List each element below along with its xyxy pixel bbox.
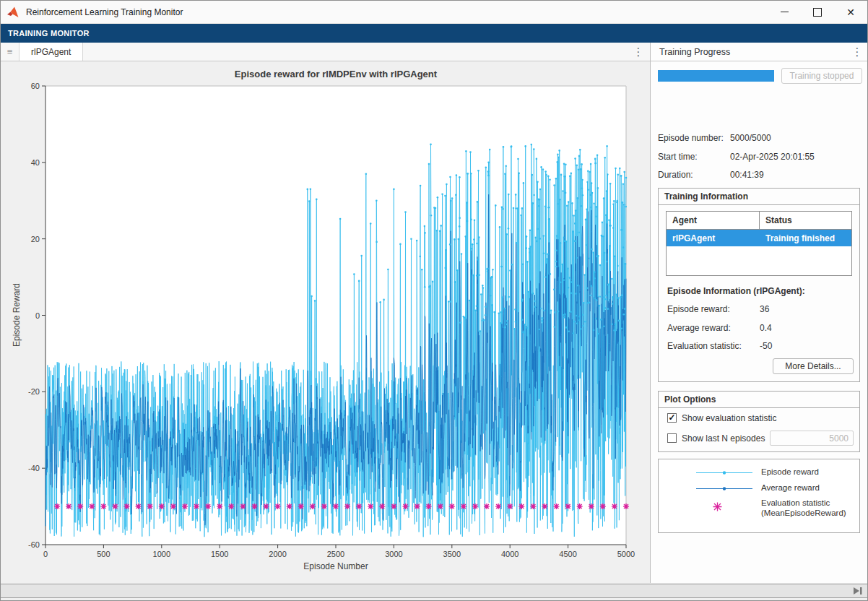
maximize-button[interactable] xyxy=(801,1,834,23)
training-progress-panel: Training Progress ⋮ Training stopped Epi… xyxy=(651,43,868,583)
plot-options-group: Plot Options ✓ Show evaluation statistic… xyxy=(658,391,860,452)
window-title: Reinforcement Learning Training Monitor xyxy=(26,7,183,17)
checkbox-label: Show last N episodes xyxy=(682,433,765,444)
svg-text:5000: 5000 xyxy=(617,550,635,558)
x-axis-label: Episode Number xyxy=(303,561,368,571)
svg-text:0: 0 xyxy=(43,550,48,558)
more-details-button[interactable]: More Details... xyxy=(773,358,854,374)
legend-item-label: (MeanEpisodeReward) xyxy=(761,509,846,517)
field-label: Evaluation statistic: xyxy=(667,341,742,351)
average-reward-legend-marker xyxy=(696,485,752,492)
last-n-episodes-input[interactable] xyxy=(770,431,854,446)
episode-reward-chart: Episode reward for rlMDPEnv with rlPGAge… xyxy=(1,61,650,583)
field-label: Episode reward: xyxy=(667,304,730,314)
field-value: 5000/5000 xyxy=(730,133,771,143)
training-information-group: Training Information Agent Status rlPGAg… xyxy=(658,188,860,382)
tab-label: rlPGAgent xyxy=(31,47,71,57)
cell-status: Training finished xyxy=(760,230,851,246)
window-controls: ✕ xyxy=(768,1,867,23)
svg-text:0: 0 xyxy=(35,311,40,320)
document-tab-strip: ≡ rlPGAgent ⋮ xyxy=(1,43,650,61)
episode-info-header: Episode Information (rlPGAgent): xyxy=(667,286,805,296)
table-row[interactable]: rlPGAgent Training finished xyxy=(667,230,851,246)
tab-options-menu-icon[interactable]: ⋮ xyxy=(631,45,646,59)
field-value: 00:41:39 xyxy=(730,170,764,180)
field-label: Duration: xyxy=(658,170,693,180)
training-stopped-button[interactable]: Training stopped xyxy=(781,68,862,84)
svg-text:500: 500 xyxy=(97,550,110,558)
legend-item-label: Average reward xyxy=(761,483,820,492)
field-value: 36 xyxy=(760,304,769,314)
close-icon: ✕ xyxy=(846,7,855,17)
maximize-icon xyxy=(813,8,822,17)
right-panel-header: Training Progress ⋮ xyxy=(651,43,868,61)
svg-text:3000: 3000 xyxy=(385,550,402,558)
episode-reward-legend-marker xyxy=(696,470,752,476)
right-panel-title: Training Progress xyxy=(659,47,730,57)
agent-status-table: Agent Status rlPGAgent Training finished xyxy=(666,211,852,276)
svg-text:20: 20 xyxy=(31,235,40,243)
svg-text:60: 60 xyxy=(31,82,40,90)
field-label: Start time: xyxy=(658,152,698,162)
svg-text:-20: -20 xyxy=(28,387,40,396)
tab-rlpgagent[interactable]: rlPGAgent xyxy=(19,43,83,61)
title-bar: Reinforcement Learning Training Monitor … xyxy=(1,1,867,24)
field-value: 0.4 xyxy=(760,323,772,333)
field-label: Episode number: xyxy=(658,133,724,143)
panel-options-menu-icon[interactable]: ⋮ xyxy=(850,45,864,59)
cell-agent: rlPGAgent xyxy=(667,230,760,246)
table-header-row: Agent Status xyxy=(667,212,851,230)
legend-item-label: Evaluation statistic xyxy=(761,498,830,507)
svg-text:4000: 4000 xyxy=(501,550,518,558)
minimize-icon xyxy=(781,12,789,12)
svg-text:2500: 2500 xyxy=(327,550,344,558)
skip-to-end-icon[interactable] xyxy=(853,587,863,595)
svg-text:3500: 3500 xyxy=(443,550,461,558)
svg-text:4500: 4500 xyxy=(559,550,576,558)
evaluation-statistic-legend-marker xyxy=(712,501,723,512)
chart-title: Episode reward for rlMDPEnv with rlPGAge… xyxy=(235,69,438,79)
minimize-button[interactable] xyxy=(768,1,801,23)
plot-panel: Episode reward for rlMDPEnv with rlPGAge… xyxy=(1,61,650,583)
show-last-n-episodes-checkbox[interactable] xyxy=(667,433,677,443)
svg-text:-60: -60 xyxy=(28,540,40,549)
group-header: Training Information xyxy=(659,189,859,205)
svg-text:1500: 1500 xyxy=(211,550,228,558)
chart-legend: Episode reward Average reward Evaluation… xyxy=(658,459,860,533)
svg-text:1000: 1000 xyxy=(153,550,170,558)
svg-text:-40: -40 xyxy=(28,464,40,472)
matlab-logo-icon xyxy=(7,7,20,18)
close-button[interactable]: ✕ xyxy=(834,1,867,23)
svg-text:2000: 2000 xyxy=(269,550,286,558)
toolstrip: TRAINING MONITOR xyxy=(1,24,867,43)
checkbox-label: Show evaluation statistic xyxy=(682,413,776,423)
toolstrip-tab-training-monitor[interactable]: TRAINING MONITOR xyxy=(8,29,90,38)
app-window: Reinforcement Learning Training Monitor … xyxy=(0,0,868,601)
tab-grip-icon[interactable]: ≡ xyxy=(1,43,19,61)
show-evaluation-statistic-checkbox[interactable]: ✓ xyxy=(667,413,677,423)
field-value: 02-Apr-2025 20:01:55 xyxy=(730,152,815,162)
svg-text:40: 40 xyxy=(31,158,40,167)
group-header: Plot Options xyxy=(659,392,859,408)
column-header-status: Status xyxy=(760,212,851,229)
bottom-status-bar xyxy=(1,584,868,598)
column-header-agent: Agent xyxy=(667,212,760,229)
field-label: Average reward: xyxy=(667,323,731,333)
y-axis-label: Episode Reward xyxy=(12,283,22,347)
legend-item-label: Episode reward xyxy=(761,467,819,476)
field-value: -50 xyxy=(760,341,772,351)
training-progress-bar xyxy=(658,70,774,82)
